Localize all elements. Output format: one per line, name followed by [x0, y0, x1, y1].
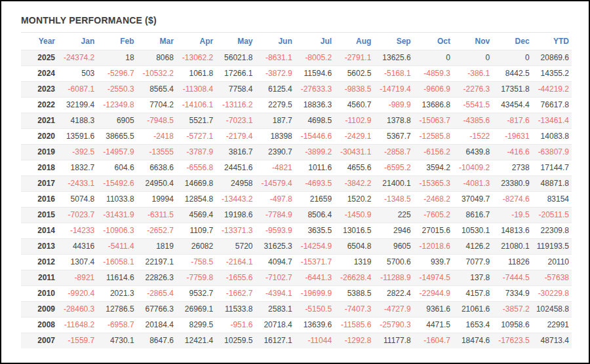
value-cell: -22944.9 — [414, 285, 453, 301]
value-cell: 0 — [492, 50, 532, 65]
value-cell: 6125.4 — [255, 81, 294, 97]
value-cell: 3816.7 — [216, 144, 255, 160]
value-cell: -28460.3 — [58, 301, 97, 317]
table-row: 2014-14233-10906.3-2652.71109.7-13371.3-… — [21, 223, 572, 238]
value-cell: 67766.3 — [137, 301, 176, 317]
column-header-year: Year — [21, 33, 58, 50]
value-cell: -1522 — [453, 128, 492, 144]
value-cell: 4698.5 — [295, 113, 334, 128]
table-row: 2017-2433.1-15492.624950.414669.824958-1… — [21, 175, 572, 191]
value-cell: 43454.4 — [492, 97, 532, 113]
value-cell: 8442.5 — [492, 65, 532, 81]
value-cell: 2390.7 — [255, 144, 294, 160]
value-cell: 5367.7 — [374, 128, 413, 144]
table-row: 20121307.4-16058.122197.1-758.5-2164.140… — [21, 254, 572, 270]
year-cell: 2023 — [21, 81, 58, 97]
value-cell: 38665.5 — [97, 128, 136, 144]
value-cell: -20511.5 — [532, 207, 572, 223]
value-cell: -19.5 — [492, 207, 532, 223]
value-cell: -15063.7 — [414, 113, 453, 128]
value-cell: 17266.1 — [216, 65, 255, 81]
value-cell: -6556.8 — [176, 160, 216, 175]
table-body: 2025-24374.2188068-13062.256021.8-8631.1… — [21, 50, 572, 348]
page-container: MONTHLY PERFORMANCE ($) YearJanFebMarApr… — [0, 0, 590, 364]
column-header-may: May — [216, 33, 255, 50]
value-cell: -7444.5 — [492, 270, 532, 285]
value-cell: -1102.9 — [334, 113, 374, 128]
value-cell: -2164.1 — [216, 254, 255, 270]
value-cell: -2791.1 — [334, 50, 374, 65]
value-cell: 19994 — [137, 191, 176, 207]
value-cell: 11614.6 — [97, 270, 136, 285]
value-cell: -13555 — [137, 144, 176, 160]
value-cell: -2652.7 — [137, 223, 176, 238]
value-cell: -13443.2 — [216, 191, 255, 207]
value-cell: 7334.9 — [492, 285, 532, 301]
value-cell: 20869.6 — [532, 50, 572, 65]
value-cell: -497.8 — [255, 191, 294, 207]
value-cell: -5727.1 — [176, 128, 216, 144]
value-cell: -3857.2 — [492, 301, 532, 317]
value-cell: 48713.4 — [532, 333, 572, 348]
value-cell: 1319 — [334, 254, 374, 270]
value-cell: -31431.9 — [97, 207, 136, 223]
value-cell: -9838.5 — [334, 81, 374, 97]
value-cell: 14669.8 — [176, 175, 216, 191]
value-cell: -14957.9 — [97, 144, 136, 160]
year-cell: 2018 — [21, 160, 58, 175]
value-cell: 32199.4 — [58, 97, 97, 113]
value-cell: -4693.5 — [295, 175, 334, 191]
value-cell: -14579.4 — [255, 175, 294, 191]
value-cell: 19198.6 — [216, 207, 255, 223]
value-cell: -9920.4 — [58, 285, 97, 301]
value-cell: -6595.2 — [374, 160, 413, 175]
value-cell: 4188.3 — [58, 113, 97, 128]
year-cell: 2024 — [21, 65, 58, 81]
value-cell: -13116.2 — [216, 97, 255, 113]
value-cell: -12018.6 — [414, 238, 453, 254]
value-cell: 4655.6 — [334, 160, 374, 175]
value-cell: 24950.4 — [137, 175, 176, 191]
value-cell: 21400.1 — [374, 175, 413, 191]
value-cell: 14083.8 — [532, 128, 572, 144]
value-cell: 2946 — [374, 223, 413, 238]
year-cell: 2020 — [21, 128, 58, 144]
value-cell: 11594.6 — [295, 65, 334, 81]
value-cell: -416.6 — [492, 144, 532, 160]
value-cell: 76617.8 — [532, 97, 572, 113]
value-cell: -14254.9 — [295, 238, 334, 254]
value-cell: 37049.7 — [453, 191, 492, 207]
year-cell: 2007 — [21, 333, 58, 348]
table-row: 2019-392.5-14957.9-13555-3787.93816.7239… — [21, 144, 572, 160]
value-cell: 5720 — [216, 238, 255, 254]
value-cell: -7605.2 — [414, 207, 453, 223]
value-cell: -30229.8 — [532, 285, 572, 301]
value-cell: -7023.7 — [58, 207, 97, 223]
value-cell: -7784.9 — [255, 207, 294, 223]
value-cell: 56021.8 — [216, 50, 255, 65]
value-cell: -6311.5 — [137, 207, 176, 223]
value-cell: -11308.4 — [176, 81, 216, 97]
table-row: 201344316-5411.4181926082572031625.3-142… — [21, 238, 572, 254]
value-cell: 27015.6 — [414, 223, 453, 238]
value-cell: -25790.3 — [374, 317, 413, 333]
year-cell: 2019 — [21, 144, 58, 160]
table-row: 2024503-5296.7-10532.21061.817266.1-3872… — [21, 65, 572, 81]
value-cell: 4560.7 — [334, 97, 374, 113]
value-cell: -11648.2 — [58, 317, 97, 333]
year-cell: 2021 — [21, 113, 58, 128]
value-cell: 3594.2 — [414, 160, 453, 175]
value-cell: 48871.8 — [532, 175, 572, 191]
year-cell: 2014 — [21, 223, 58, 238]
value-cell: -7407.3 — [334, 301, 374, 317]
value-cell: -19631 — [492, 128, 532, 144]
value-cell: -2276.3 — [453, 81, 492, 97]
value-cell: 23380.9 — [492, 175, 532, 191]
value-cell: -15371.7 — [295, 254, 334, 270]
value-cell: 13591.6 — [58, 128, 97, 144]
value-cell: -13062.2 — [176, 50, 216, 65]
page-title: MONTHLY PERFORMANCE ($) — [21, 15, 569, 26]
value-cell: -15492.6 — [97, 175, 136, 191]
table-row: 202013591.638665.5-2418-5727.1-2179.4183… — [21, 128, 572, 144]
year-cell: 2008 — [21, 317, 58, 333]
